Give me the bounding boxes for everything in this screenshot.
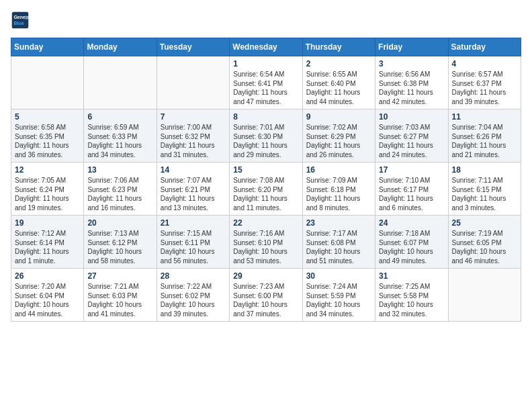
day-number: 29 (233, 271, 298, 281)
weekday-header-friday: Friday (375, 38, 448, 56)
day-info: Sunrise: 7:11 AM Sunset: 6:15 PM Dayligh… (452, 176, 517, 212)
calendar-cell: 24Sunrise: 7:18 AM Sunset: 6:07 PM Dayli… (375, 216, 448, 269)
day-info: Sunrise: 7:09 AM Sunset: 6:18 PM Dayligh… (306, 176, 371, 212)
day-info: Sunrise: 7:23 AM Sunset: 6:00 PM Dayligh… (233, 282, 298, 318)
calendar-row-4: 26Sunrise: 7:20 AM Sunset: 6:04 PM Dayli… (11, 269, 521, 322)
day-info: Sunrise: 6:54 AM Sunset: 6:41 PM Dayligh… (233, 70, 298, 106)
day-number: 13 (87, 165, 152, 175)
calendar-row-0: 1Sunrise: 6:54 AM Sunset: 6:41 PM Daylig… (11, 56, 521, 109)
day-number: 19 (15, 218, 80, 228)
day-number: 15 (233, 165, 298, 175)
day-info: Sunrise: 7:24 AM Sunset: 5:59 PM Dayligh… (306, 282, 371, 318)
day-info: Sunrise: 7:21 AM Sunset: 6:03 PM Dayligh… (87, 282, 152, 318)
calendar-cell: 2Sunrise: 6:55 AM Sunset: 6:40 PM Daylig… (302, 56, 375, 109)
day-number: 20 (87, 218, 152, 228)
calendar-cell: 22Sunrise: 7:16 AM Sunset: 6:10 PM Dayli… (230, 216, 302, 269)
day-number: 8 (233, 112, 298, 122)
calendar-row-2: 12Sunrise: 7:05 AM Sunset: 6:24 PM Dayli… (11, 163, 521, 216)
day-number: 17 (379, 165, 444, 175)
calendar-cell: 17Sunrise: 7:10 AM Sunset: 6:17 PM Dayli… (375, 163, 448, 216)
calendar-cell (11, 56, 84, 109)
logo: General Blue (11, 11, 32, 30)
calendar-cell: 14Sunrise: 7:07 AM Sunset: 6:21 PM Dayli… (157, 163, 229, 216)
calendar-table: SundayMondayTuesdayWednesdayThursdayFrid… (11, 38, 521, 322)
day-number: 22 (233, 218, 298, 228)
day-number: 25 (452, 218, 517, 228)
day-info: Sunrise: 7:13 AM Sunset: 6:12 PM Dayligh… (87, 229, 152, 265)
day-info: Sunrise: 7:17 AM Sunset: 6:08 PM Dayligh… (306, 229, 371, 265)
weekday-header-row: SundayMondayTuesdayWednesdayThursdayFrid… (11, 38, 521, 56)
calendar-cell: 13Sunrise: 7:06 AM Sunset: 6:23 PM Dayli… (84, 163, 157, 216)
day-info: Sunrise: 7:19 AM Sunset: 6:05 PM Dayligh… (452, 229, 517, 265)
day-number: 28 (161, 271, 226, 281)
calendar-row-3: 19Sunrise: 7:12 AM Sunset: 6:14 PM Dayli… (11, 216, 521, 269)
calendar-row-1: 5Sunrise: 6:58 AM Sunset: 6:35 PM Daylig… (11, 109, 521, 163)
day-number: 3 (379, 59, 444, 68)
day-info: Sunrise: 7:15 AM Sunset: 6:11 PM Dayligh… (161, 229, 226, 265)
day-info: Sunrise: 7:02 AM Sunset: 6:29 PM Dayligh… (306, 123, 371, 159)
calendar-cell (157, 56, 229, 109)
logo-icon: General Blue (11, 11, 30, 30)
calendar-cell: 4Sunrise: 6:57 AM Sunset: 6:37 PM Daylig… (448, 56, 521, 109)
day-info: Sunrise: 6:59 AM Sunset: 6:33 PM Dayligh… (87, 123, 152, 159)
calendar-cell (84, 56, 157, 109)
day-info: Sunrise: 6:55 AM Sunset: 6:40 PM Dayligh… (306, 70, 371, 106)
day-info: Sunrise: 7:22 AM Sunset: 6:02 PM Dayligh… (161, 282, 226, 318)
day-info: Sunrise: 7:04 AM Sunset: 6:26 PM Dayligh… (452, 123, 517, 159)
day-number: 23 (306, 218, 371, 228)
calendar-cell: 9Sunrise: 7:02 AM Sunset: 6:29 PM Daylig… (302, 109, 375, 163)
weekday-header-saturday: Saturday (448, 38, 521, 56)
day-number: 11 (452, 112, 517, 122)
day-number: 18 (452, 165, 517, 175)
day-info: Sunrise: 6:58 AM Sunset: 6:35 PM Dayligh… (15, 123, 80, 159)
day-number: 7 (161, 112, 226, 122)
day-info: Sunrise: 7:16 AM Sunset: 6:10 PM Dayligh… (233, 229, 298, 265)
calendar-cell: 18Sunrise: 7:11 AM Sunset: 6:15 PM Dayli… (448, 163, 521, 216)
day-info: Sunrise: 7:10 AM Sunset: 6:17 PM Dayligh… (379, 176, 444, 212)
day-info: Sunrise: 7:00 AM Sunset: 6:32 PM Dayligh… (161, 123, 226, 159)
calendar-cell: 23Sunrise: 7:17 AM Sunset: 6:08 PM Dayli… (302, 216, 375, 269)
day-info: Sunrise: 7:20 AM Sunset: 6:04 PM Dayligh… (15, 282, 80, 318)
page-header: General Blue (11, 11, 521, 30)
day-number: 10 (379, 112, 444, 122)
day-number: 9 (306, 112, 371, 122)
day-info: Sunrise: 7:25 AM Sunset: 5:58 PM Dayligh… (379, 282, 444, 318)
weekday-header-tuesday: Tuesday (157, 38, 229, 56)
weekday-header-wednesday: Wednesday (230, 38, 302, 56)
day-number: 6 (87, 112, 152, 122)
day-number: 30 (306, 271, 371, 281)
calendar-cell: 6Sunrise: 6:59 AM Sunset: 6:33 PM Daylig… (84, 109, 157, 163)
calendar-cell: 1Sunrise: 6:54 AM Sunset: 6:41 PM Daylig… (230, 56, 302, 109)
day-number: 27 (87, 271, 152, 281)
weekday-header-sunday: Sunday (11, 38, 84, 56)
calendar-cell: 8Sunrise: 7:01 AM Sunset: 6:30 PM Daylig… (230, 109, 302, 163)
weekday-header-thursday: Thursday (302, 38, 375, 56)
day-info: Sunrise: 7:01 AM Sunset: 6:30 PM Dayligh… (233, 123, 298, 159)
calendar-cell (448, 269, 521, 322)
calendar-cell: 16Sunrise: 7:09 AM Sunset: 6:18 PM Dayli… (302, 163, 375, 216)
day-info: Sunrise: 7:12 AM Sunset: 6:14 PM Dayligh… (15, 229, 80, 265)
day-number: 16 (306, 165, 371, 175)
day-number: 31 (379, 271, 444, 281)
calendar-cell: 29Sunrise: 7:23 AM Sunset: 6:00 PM Dayli… (230, 269, 302, 322)
calendar-cell: 12Sunrise: 7:05 AM Sunset: 6:24 PM Dayli… (11, 163, 84, 216)
day-number: 24 (379, 218, 444, 228)
calendar-cell: 28Sunrise: 7:22 AM Sunset: 6:02 PM Dayli… (157, 269, 229, 322)
day-info: Sunrise: 6:56 AM Sunset: 6:38 PM Dayligh… (379, 70, 444, 106)
svg-text:Blue: Blue (13, 21, 24, 26)
day-info: Sunrise: 7:05 AM Sunset: 6:24 PM Dayligh… (15, 176, 80, 212)
calendar-cell: 15Sunrise: 7:08 AM Sunset: 6:20 PM Dayli… (230, 163, 302, 216)
day-number: 14 (161, 165, 226, 175)
calendar-cell: 27Sunrise: 7:21 AM Sunset: 6:03 PM Dayli… (84, 269, 157, 322)
calendar-cell: 30Sunrise: 7:24 AM Sunset: 5:59 PM Dayli… (302, 269, 375, 322)
calendar-cell: 25Sunrise: 7:19 AM Sunset: 6:05 PM Dayli… (448, 216, 521, 269)
calendar-cell: 21Sunrise: 7:15 AM Sunset: 6:11 PM Dayli… (157, 216, 229, 269)
calendar-cell: 3Sunrise: 6:56 AM Sunset: 6:38 PM Daylig… (375, 56, 448, 109)
day-number: 12 (15, 165, 80, 175)
day-info: Sunrise: 7:08 AM Sunset: 6:20 PM Dayligh… (233, 176, 298, 212)
calendar-cell: 20Sunrise: 7:13 AM Sunset: 6:12 PM Dayli… (84, 216, 157, 269)
calendar-cell: 11Sunrise: 7:04 AM Sunset: 6:26 PM Dayli… (448, 109, 521, 163)
day-number: 4 (452, 59, 517, 68)
day-info: Sunrise: 7:07 AM Sunset: 6:21 PM Dayligh… (161, 176, 226, 212)
calendar-cell: 19Sunrise: 7:12 AM Sunset: 6:14 PM Dayli… (11, 216, 84, 269)
